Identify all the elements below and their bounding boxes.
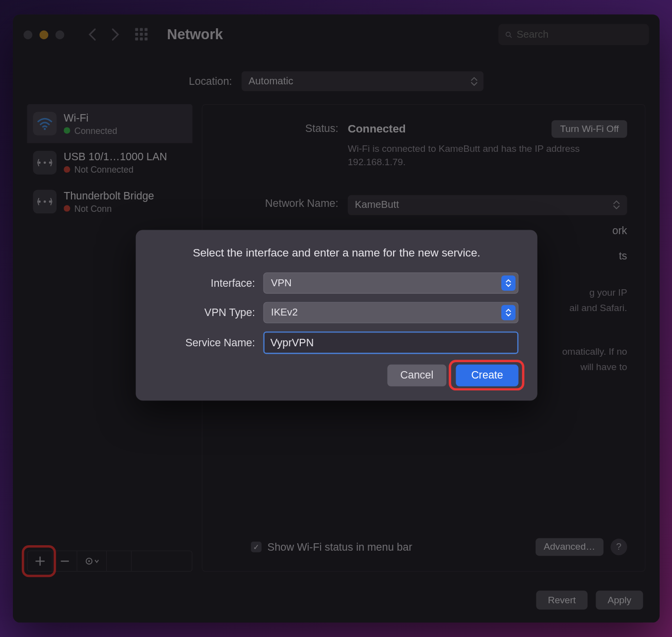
- cancel-button[interactable]: Cancel: [387, 365, 446, 386]
- updown-icon: [501, 305, 516, 320]
- network-preferences-window: Network Location: Automatic: [12, 14, 659, 623]
- new-service-dialog: Select the interface and enter a name fo…: [135, 230, 537, 400]
- vpn-type-select[interactable]: IKEv2: [263, 302, 518, 323]
- interface-select[interactable]: VPN: [263, 272, 518, 294]
- dialog-title: Select the interface and enter a name fo…: [154, 247, 518, 259]
- interface-label: Interface:: [154, 277, 255, 289]
- service-name-input[interactable]: [263, 331, 518, 354]
- vpn-type-label: VPN Type:: [154, 307, 255, 319]
- create-button[interactable]: Create: [456, 365, 518, 386]
- service-name-label: Service Name:: [154, 336, 255, 349]
- updown-icon: [501, 275, 516, 291]
